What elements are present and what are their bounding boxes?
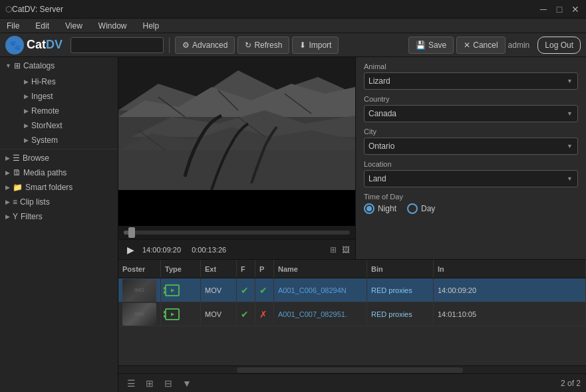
night-radio[interactable]: Night: [364, 203, 396, 214]
import-button[interactable]: ⬇ Import: [292, 37, 339, 54]
animal-select-wrapper: Lizard: [364, 72, 578, 90]
remote-label: Remote: [31, 106, 59, 116]
maximize-button[interactable]: □: [554, 4, 565, 15]
video-canvas: [118, 57, 355, 190]
stornext-label: StorNext: [31, 121, 63, 130]
advanced-button[interactable]: ⚙ Advanced: [175, 37, 235, 54]
app-icon: ⬡: [5, 5, 12, 14]
close-button[interactable]: ✕: [570, 4, 581, 15]
toolbar: 🐾 CatDV ⚙ Advanced ↻ Refresh ⬇ Import 💾 …: [0, 33, 586, 57]
count-display: 2 of 2: [561, 379, 581, 388]
video-timeline[interactable]: [118, 226, 355, 239]
catalogs-label: Catalogs: [23, 61, 55, 70]
filters-arrow: ▶: [5, 213, 10, 220]
thumbnail-1: IMG: [122, 279, 156, 302]
window-controls: ─ □ ✕: [538, 4, 581, 15]
minimize-button[interactable]: ─: [538, 4, 549, 15]
grid-view-icon[interactable]: ⊞: [142, 376, 157, 391]
td-p-1: ✔: [255, 278, 274, 302]
timeline-bar[interactable]: [124, 231, 350, 235]
city-select[interactable]: Ontario: [364, 138, 578, 155]
day-radio[interactable]: Day: [407, 203, 435, 214]
mediapaths-arrow: ▶: [5, 169, 10, 176]
detail-view-icon[interactable]: ⊟: [161, 376, 176, 391]
night-radio-circle: [364, 203, 374, 214]
timeline-handle[interactable]: [128, 227, 135, 238]
save-icon: 💾: [416, 41, 426, 50]
f-check-1: ✔: [241, 285, 249, 296]
sidebar-item-cliplists[interactable]: ▶ ≡ Clip lists: [0, 195, 118, 209]
browse-arrow: ▶: [5, 155, 10, 161]
cancel-icon: ✕: [464, 41, 470, 50]
sidebar-item-ingest[interactable]: ▶ Ingest: [0, 89, 118, 104]
menu-window[interactable]: Window: [94, 20, 131, 32]
table-row[interactable]: IMG ▶ MOV ✔ ✗: [118, 302, 586, 326]
table-header: Poster Type Ext F P Name Bin In: [118, 260, 586, 278]
table-row[interactable]: IMG ▶ MOV ✔ ✔: [118, 278, 586, 302]
night-radio-label: Night: [378, 204, 396, 213]
f-check-2: ✔: [241, 309, 249, 320]
title-bar: ⬡ CatDV: Server ─ □ ✕: [0, 0, 586, 19]
table-body: IMG ▶ MOV ✔ ✔: [118, 278, 586, 365]
td-bin-1: RED proxies: [367, 278, 434, 302]
stornext-arrow: ▶: [24, 122, 29, 129]
td-in-2: 14:01:10:05: [434, 302, 586, 326]
dropdown-icon[interactable]: ▼: [180, 376, 194, 391]
play-button[interactable]: ▶: [124, 243, 137, 256]
mediapaths-label: Media paths: [23, 168, 67, 177]
save-button[interactable]: 💾 Save: [408, 37, 454, 54]
td-poster-1: IMG: [118, 278, 161, 302]
th-name: Name: [274, 260, 367, 278]
country-select-wrapper: Canada: [364, 105, 578, 122]
animal-select[interactable]: Lizard: [364, 72, 578, 90]
sidebar-item-browse[interactable]: ▶ ☰ Browse: [0, 151, 118, 165]
th-p: P: [255, 260, 274, 278]
sidebar-item-system[interactable]: ▶ System: [0, 133, 118, 147]
th-type: Type: [161, 260, 201, 278]
content-area: ▶ 14:00:09:20 0:00:13:26 ⊞ 🖼 Animal: [118, 57, 586, 392]
sidebar-item-smartfolders[interactable]: ▶ 📁 Smart folders: [0, 180, 118, 195]
menu-edit[interactable]: Edit: [31, 20, 53, 32]
film-icon-2: ▶: [165, 308, 180, 320]
sidebar-item-stornext[interactable]: ▶ StorNext: [0, 118, 118, 133]
mediapaths-icon: 🖺: [13, 168, 21, 177]
video-controls: ▶ 14:00:09:20 0:00:13:26 ⊞ 🖼: [118, 239, 355, 259]
horizontal-scrollbar[interactable]: [118, 365, 586, 373]
menu-view[interactable]: View: [61, 20, 86, 32]
system-label: System: [31, 136, 58, 145]
logout-button[interactable]: Log Out: [537, 37, 581, 54]
city-field: City Ontario: [364, 128, 578, 155]
td-f-2: ✔: [237, 302, 255, 326]
grid-view-icon[interactable]: ⊞: [330, 245, 337, 254]
sidebar-item-filters[interactable]: ▶ Y Filters: [0, 209, 118, 224]
location-select[interactable]: Land: [364, 170, 578, 187]
sidebar-item-mediapaths[interactable]: ▶ 🖺 Media paths: [0, 165, 118, 180]
catalogs-header[interactable]: ▼ ⊞ Catalogs: [0, 57, 118, 74]
menu-help[interactable]: Help: [139, 20, 164, 32]
ingest-label: Ingest: [31, 92, 53, 101]
filters-label: Filters: [21, 212, 43, 221]
filters-icon: Y: [13, 212, 18, 221]
search-input[interactable]: [71, 37, 164, 53]
list-view-icon[interactable]: ☰: [124, 376, 138, 391]
bottom-bar: ☰ ⊞ ⊟ ▼ 2 of 2: [118, 373, 586, 392]
sidebar-item-remote[interactable]: ▶ Remote: [0, 104, 118, 118]
sidebar-item-hires[interactable]: ▶ Hi-Res: [0, 74, 118, 89]
app-title: CatDV: Server: [12, 5, 538, 14]
video-preview: [118, 57, 355, 226]
cancel-button[interactable]: ✕ Cancel: [456, 37, 505, 54]
country-select[interactable]: Canada: [364, 105, 578, 122]
location-select-wrapper: Land: [364, 170, 578, 187]
timeofday-radio-group: Night Day: [364, 203, 578, 214]
refresh-button[interactable]: ↻ Refresh: [237, 37, 289, 54]
smartfolders-label: Smart folders: [25, 183, 73, 192]
timeofday-field: Time of Day Night Day: [364, 193, 578, 214]
scroll-thumb[interactable]: [237, 367, 463, 373]
location-label: Location: [364, 160, 578, 168]
image-icon[interactable]: 🖼: [342, 245, 350, 254]
country-field: Country Canada: [364, 95, 578, 122]
admin-label: admin: [508, 41, 530, 50]
hires-label: Hi-Res: [31, 77, 56, 86]
menu-file[interactable]: File: [3, 20, 23, 32]
td-name-2: A001_C007_082951.: [274, 302, 367, 326]
